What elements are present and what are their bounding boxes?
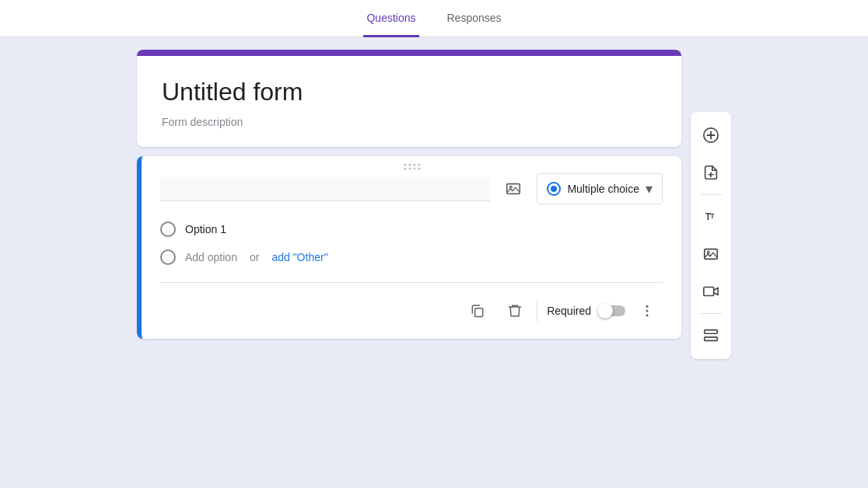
svg-rect-25 — [705, 337, 718, 341]
add-video-button[interactable] — [694, 274, 728, 308]
title-card: Untitled form Form description — [137, 50, 681, 147]
question-header: Untitled Question Multiple choice — [160, 173, 663, 204]
form-title[interactable]: Untitled form — [162, 78, 656, 106]
sidebar-card: T T — [691, 112, 731, 359]
right-sidebar: T T — [691, 50, 731, 488]
option-row: Option 1 — [160, 217, 663, 242]
svg-point-5 — [414, 168, 416, 170]
svg-point-3 — [409, 168, 411, 170]
svg-rect-10 — [475, 308, 483, 317]
drag-handle — [160, 156, 663, 173]
tab-bar: Questions Responses — [0, 0, 868, 37]
required-toggle[interactable] — [597, 303, 625, 319]
add-option-or: or — [250, 251, 259, 263]
svg-rect-21 — [705, 249, 718, 260]
svg-point-7 — [418, 168, 421, 170]
svg-point-13 — [646, 314, 649, 316]
svg-rect-24 — [705, 330, 718, 334]
required-label: Required — [547, 305, 591, 317]
tab-questions[interactable]: Questions — [363, 1, 418, 37]
question-input-wrapper: Untitled Question — [160, 177, 490, 201]
duplicate-button[interactable] — [462, 295, 493, 326]
add-title-button[interactable]: T T — [694, 200, 728, 234]
add-image-button[interactable] — [694, 237, 728, 271]
question-type-dropdown[interactable]: Multiple choice ▾ — [537, 173, 663, 204]
sidebar-divider-2 — [700, 313, 722, 314]
type-dropdown-label: Multiple choice — [567, 183, 639, 195]
main-content: Untitled form Form description — [0, 37, 868, 488]
delete-button[interactable] — [499, 295, 530, 326]
svg-point-6 — [418, 164, 421, 166]
radio-icon-inner — [551, 186, 557, 192]
question-card: Untitled Question Multiple choice — [137, 156, 681, 339]
svg-point-9 — [510, 186, 513, 188]
svg-point-1 — [404, 168, 407, 170]
more-options-button[interactable] — [632, 295, 663, 326]
svg-text:T: T — [710, 212, 715, 220]
svg-rect-8 — [507, 184, 520, 194]
svg-point-0 — [404, 164, 407, 166]
add-question-button[interactable] — [694, 118, 728, 152]
card-toolbar: Required — [160, 289, 663, 326]
card-divider — [160, 282, 663, 283]
svg-point-2 — [409, 164, 411, 166]
add-image-to-question-button[interactable] — [499, 175, 527, 203]
svg-point-4 — [414, 164, 416, 166]
add-option-radio — [160, 249, 176, 265]
question-input[interactable]: Untitled Question — [160, 177, 490, 201]
option-radio — [160, 221, 176, 237]
option-text[interactable]: Option 1 — [185, 223, 226, 235]
svg-point-22 — [707, 251, 709, 253]
add-option-text[interactable]: Add option — [185, 251, 237, 263]
toolbar-divider — [537, 300, 537, 322]
center-column: Untitled form Form description — [137, 50, 681, 488]
svg-rect-23 — [704, 288, 714, 296]
toggle-thumb — [597, 303, 613, 319]
form-description[interactable]: Form description — [162, 116, 656, 128]
svg-point-12 — [646, 310, 649, 312]
add-option-row: Add option or add "Other" — [160, 245, 663, 270]
import-question-button[interactable] — [694, 155, 728, 190]
svg-point-11 — [646, 305, 649, 308]
chevron-down-icon: ▾ — [646, 180, 653, 197]
options-list: Option 1 Add option or add "Other" — [160, 217, 663, 270]
add-other-link[interactable]: add "Other" — [271, 251, 327, 263]
tab-responses[interactable]: Responses — [444, 1, 505, 37]
add-section-button[interactable] — [694, 319, 728, 353]
radio-icon — [547, 182, 561, 196]
sidebar-divider-1 — [700, 194, 722, 195]
